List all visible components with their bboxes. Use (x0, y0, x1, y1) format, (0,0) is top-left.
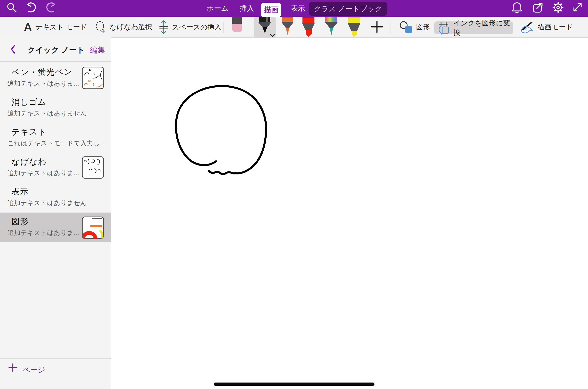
page-title: 消しゴム (11, 96, 47, 108)
page-title: テキスト (11, 126, 47, 138)
toolbar-divider (223, 22, 223, 33)
draw-ribbon: A テキスト モード なげなわ選択 スペースの挿入 (0, 17, 588, 38)
page-subtitle: 追加テキストはありません (7, 199, 87, 207)
toolbar-divider (251, 22, 251, 33)
page-row-shapes[interactable]: 図形 追加テキストはありま… (0, 213, 111, 242)
convert-ink-label: インクを図形に変換 (453, 18, 513, 37)
page-thumbnail (82, 156, 104, 179)
add-page-label: ページ (22, 365, 45, 375)
convert-ink-icon (438, 20, 449, 35)
search-icon[interactable] (5, 1, 19, 15)
shapes-label: 図形 (416, 22, 430, 32)
shapes-button[interactable]: 図形 (398, 17, 430, 37)
home-indicator[interactable] (214, 383, 374, 386)
tab-draw[interactable]: 描画 (261, 3, 281, 17)
canvas-ink-circle[interactable] (176, 86, 266, 174)
onenote-app: ホーム 挿入 描画 表示 クラス ノートブック (0, 0, 588, 389)
draw-mode-button[interactable]: 描画モード (519, 17, 573, 37)
page-row-eraser[interactable]: 消しゴム 追加テキストはありません (0, 93, 111, 122)
draw-mode-icon (519, 20, 534, 34)
lasso-label: なげなわ選択 (110, 22, 152, 32)
tab-view[interactable]: 表示 (287, 0, 308, 17)
page-subtitle: 追加テキストはありま… (7, 228, 80, 237)
page-subtitle: これはテキストモードで入力し… (7, 139, 106, 148)
page-row-lasso[interactable]: なげなわ 追加テキストはありま… (0, 153, 111, 182)
undo-icon[interactable] (24, 0, 37, 14)
page-row-pen-highlighter[interactable]: ペン・蛍光ペン 追加テキストはありま… (0, 63, 111, 93)
page-thumbnail (82, 67, 104, 89)
sidebar-header: クイック ノート 編集 (0, 37, 111, 62)
convert-ink-to-shape-button[interactable]: インクを図形に変換 (434, 21, 513, 34)
tab-home[interactable]: ホーム (205, 0, 230, 17)
page-subtitle: 追加テキストはありません (7, 109, 87, 118)
insert-space-icon (159, 20, 168, 34)
add-page-button[interactable]: ページ (0, 358, 111, 389)
page-title: ペン・蛍光ペン (11, 66, 73, 78)
plus-icon (8, 363, 17, 372)
page-subtitle: 追加テキストはありま… (7, 79, 80, 88)
draw-mode-label: 描画モード (538, 22, 573, 32)
tab-class-notebook[interactable]: クラス ノートブック (309, 2, 387, 16)
page-row-text[interactable]: テキスト これはテキストモードで入力し… (0, 123, 111, 152)
page-title: 図形 (11, 216, 29, 227)
resize-icon[interactable] (572, 1, 584, 13)
page-title: なげなわ (11, 156, 47, 167)
shapes-icon (398, 20, 413, 34)
insert-space-label: スペースの挿入 (172, 22, 221, 32)
text-mode-label: テキスト モード (35, 22, 87, 32)
tab-insert[interactable]: 挿入 (236, 0, 257, 17)
page-title: 表示 (11, 186, 29, 198)
insert-space-button[interactable]: スペースの挿入 (159, 17, 221, 37)
toolbar-divider (390, 22, 390, 33)
text-mode-icon: A (24, 22, 32, 33)
edit-button[interactable]: 編集 (90, 45, 105, 55)
page-row-view[interactable]: 表示 追加テキストはありません (0, 183, 111, 212)
notebook-section-title: クイック ノート (27, 45, 85, 55)
gear-icon[interactable] (552, 0, 564, 14)
bell-icon[interactable] (511, 1, 523, 15)
page-subtitle: 追加テキストはありま… (7, 169, 80, 177)
redo-icon[interactable] (45, 0, 58, 14)
back-chevron-icon[interactable] (10, 45, 15, 54)
page-thumbnail (82, 217, 104, 239)
share-icon[interactable] (532, 1, 544, 14)
lasso-icon (95, 20, 106, 34)
text-mode-button[interactable]: A テキスト モード (24, 17, 87, 37)
page-list-sidebar: クイック ノート 編集 ペン・蛍光ペン 追加テキストはありま… 消しゴム (0, 37, 111, 389)
top-app-bar: ホーム 挿入 描画 表示 クラス ノートブック (0, 0, 588, 17)
lasso-select-button[interactable]: なげなわ選択 (95, 17, 152, 37)
